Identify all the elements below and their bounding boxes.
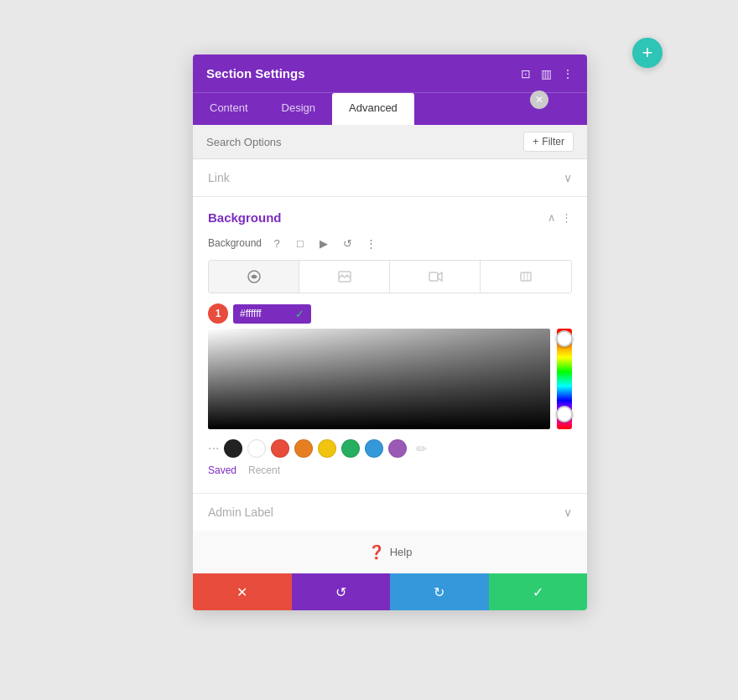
admin-label-row[interactable]: Admin Label ∨ [193,493,587,531]
background-section: Background ∧ ⋮ Background ? □ ▶ ↺ ⋮ [193,197,587,493]
swatch-red[interactable] [271,439,289,458]
panel-header: Section Settings ⊡ ▥ ⋮ [193,54,587,92]
fab-add-button[interactable]: + [632,38,663,68]
hue-bottom-thumb [556,406,573,423]
bg-section-controls: ∧ ⋮ [548,211,572,224]
hue-top-thumb [556,330,573,347]
bg-label-row: Background ? □ ▶ ↺ ⋮ [208,235,572,251]
footer-redo-button[interactable]: ↻ [390,573,489,610]
hue-slider[interactable] [557,329,572,429]
swatch-blue[interactable] [365,439,383,458]
tab-design[interactable]: Design [265,93,332,125]
color-swatches-row: ··· ✏ [208,439,572,458]
swatch-yellow[interactable] [318,439,336,458]
footer-undo-button[interactable]: ↺ [292,573,391,610]
panel-close-circle[interactable]: ✕ [530,91,548,109]
hex-input-box: ✓ [233,304,311,324]
bg-section-title: Background [208,210,282,225]
svg-rect-2 [429,272,438,281]
color-hex-row: 1 ✓ [208,303,572,324]
bg-help-icon[interactable]: ? [268,235,285,251]
bg-type-tabs [208,260,572,293]
admin-label-text: Admin Label [208,506,273,519]
footer-cancel-button[interactable]: ✕ [193,573,292,610]
bg-type-video[interactable] [390,261,481,293]
bg-more-icon[interactable]: ⋮ [561,211,572,224]
bg-type-image[interactable] [299,261,390,293]
bg-more2-icon[interactable]: ⋮ [362,235,379,251]
search-row: + Filter [193,125,587,159]
tab-content[interactable]: Content [193,93,265,125]
bg-type-color[interactable] [209,261,299,293]
bg-label: Background [208,237,262,249]
bg-device-icon[interactable]: □ [292,235,309,251]
link-label: Link [208,171,230,184]
panel-header-icons: ⊡ ▥ ⋮ [521,67,574,80]
hex-input[interactable] [240,308,290,319]
page-background: + ✕ Section Settings ⊡ ▥ ⋮ Content Desig… [0,0,738,700]
filter-plus-icon: + [533,136,538,148]
more-icon[interactable]: ⋮ [562,67,574,80]
saved-tab[interactable]: Saved [208,464,236,476]
swatches-more-icon[interactable]: ··· [208,441,219,456]
confirm-icon: ✓ [533,584,543,600]
footer-confirm-button[interactable]: ✓ [489,573,588,610]
swatch-green[interactable] [341,439,360,458]
filter-label: Filter [542,136,564,148]
fullscreen-icon[interactable]: ⊡ [521,67,531,80]
section-settings-panel: Section Settings ⊡ ▥ ⋮ Content Design Ad… [193,54,587,610]
panel-body: + Filter Link ∨ Background ∧ ⋮ [193,125,587,573]
close-icon: ✕ [535,95,543,105]
panel-title: Section Settings [206,66,305,80]
saturation-picker[interactable] [208,329,550,429]
fab-plus-icon: + [642,44,653,62]
bg-reset-icon[interactable]: ↺ [339,235,356,251]
link-section-row[interactable]: Link ∨ [193,159,587,197]
swatch-orange[interactable] [294,439,313,458]
link-chevron-icon: ∨ [564,171,572,184]
tab-advanced[interactable]: Advanced [332,93,414,125]
bg-type-slideshow[interactable] [481,261,571,293]
color-picker-area: 1 ✓ [208,303,572,429]
swatch-white[interactable] [247,439,266,458]
saved-recent-row: Saved Recent [208,464,572,476]
admin-label-arrow-icon: ∨ [564,506,572,519]
filter-button[interactable]: + Filter [523,132,574,152]
help-row: ❓ Help [193,531,587,573]
recent-tab[interactable]: Recent [248,464,280,476]
bg-collapse-icon[interactable]: ∧ [548,211,556,224]
panel-tabs: Content Design Advanced [193,92,587,125]
columns-icon[interactable]: ▥ [541,67,552,80]
cancel-icon: ✕ [236,584,247,600]
help-question-icon: ❓ [368,544,385,560]
redo-icon: ↻ [434,584,444,600]
undo-icon: ↺ [335,584,346,600]
bg-section-header: Background ∧ ⋮ [208,210,572,225]
svg-rect-3 [521,272,531,281]
bg-cursor-icon[interactable]: ▶ [315,235,332,251]
swatch-pencil-icon[interactable]: ✏ [412,439,430,458]
color-gradient-wrapper [208,329,572,429]
swatch-black[interactable] [224,439,242,458]
swatch-purple[interactable] [388,439,407,458]
step-badge: 1 [208,303,228,324]
panel-footer: ✕ ↺ ↻ ✓ [193,573,587,610]
search-input[interactable] [206,136,523,148]
help-text[interactable]: Help [390,546,413,558]
hex-confirm-icon[interactable]: ✓ [295,308,304,320]
